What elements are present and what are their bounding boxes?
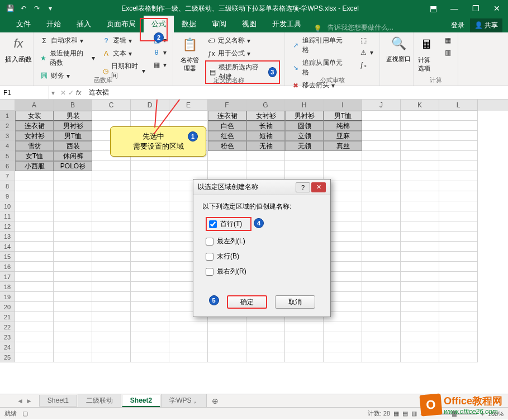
data-cell[interactable]: 女衬衫 (15, 131, 54, 141)
cell[interactable] (15, 242, 54, 252)
row-header[interactable]: 23 (0, 332, 15, 342)
name-box-dropdown-icon[interactable]: ▾ (49, 89, 57, 97)
data-cell[interactable]: 男T恤 (54, 131, 92, 141)
check-left-col[interactable]: 最左列(L) (206, 237, 321, 246)
cell[interactable] (362, 211, 401, 221)
cell[interactable] (362, 292, 401, 302)
sheet-tab-wps[interactable]: 学WPS， (161, 394, 206, 408)
cell[interactable] (401, 221, 439, 232)
tell-me-search[interactable]: 告诉我您想要做什么... (327, 23, 393, 32)
math-button[interactable]: θ▾ (150, 47, 168, 58)
data-cell[interactable]: 红色 (208, 131, 246, 141)
sheet-tab-sheet1[interactable]: Sheet1 (39, 395, 77, 407)
cell[interactable] (401, 282, 439, 292)
column-header[interactable]: H (285, 100, 324, 111)
tab-view[interactable]: 视图 (234, 16, 264, 32)
cell[interactable] (169, 322, 208, 332)
cell[interactable] (401, 262, 439, 272)
cell[interactable] (92, 191, 131, 201)
select-all-triangle[interactable] (0, 100, 15, 111)
row-header[interactable]: 7 (0, 171, 15, 181)
cell[interactable] (439, 262, 478, 272)
cell[interactable] (54, 221, 92, 232)
cell[interactable] (401, 292, 439, 302)
cell[interactable] (439, 242, 478, 252)
row-header[interactable]: 20 (0, 302, 15, 312)
cell[interactable] (401, 211, 439, 221)
cell[interactable] (362, 272, 401, 282)
cell[interactable] (401, 272, 439, 282)
cell[interactable] (15, 232, 54, 242)
row-header[interactable]: 6 (0, 161, 15, 171)
define-name-button[interactable]: 🏷定义名称 ▾ (205, 35, 280, 46)
data-cell[interactable]: 休闲裤 (54, 151, 92, 161)
recent-functions-button[interactable]: ★最近使用的函数 ▾ (38, 48, 97, 69)
autosum-button[interactable]: Σ自动求和 ▾ (38, 35, 97, 46)
cell[interactable] (131, 322, 169, 332)
cell[interactable] (131, 242, 169, 252)
cell[interactable] (362, 302, 401, 312)
sheet-nav-next-icon[interactable]: ► (26, 397, 32, 405)
column-header[interactable]: I (324, 100, 362, 111)
cell[interactable] (401, 252, 439, 262)
cell[interactable] (439, 191, 478, 201)
cell[interactable] (401, 312, 439, 322)
cell[interactable] (54, 292, 92, 302)
row-header[interactable]: 19 (0, 292, 15, 302)
cell[interactable] (15, 181, 54, 191)
cell[interactable] (208, 322, 246, 332)
check-right-col-input[interactable] (206, 268, 213, 276)
cell[interactable] (401, 111, 439, 121)
cell[interactable] (362, 342, 401, 352)
cell[interactable] (131, 272, 169, 282)
cell[interactable] (54, 252, 92, 262)
cell[interactable] (92, 161, 131, 171)
cell[interactable] (324, 322, 362, 332)
cell[interactable] (131, 352, 169, 362)
cell[interactable] (439, 221, 478, 232)
data-cell[interactable]: 立领 (285, 131, 324, 141)
cell[interactable] (54, 332, 92, 342)
cell[interactable] (439, 181, 478, 191)
data-cell[interactable]: 圆领 (285, 121, 324, 131)
data-header-cell[interactable]: 男装 (54, 111, 92, 121)
data-header-cell[interactable]: 女衬衫 (246, 111, 285, 121)
dialog-close-icon[interactable]: ✕ (311, 182, 326, 192)
cell[interactable] (131, 211, 169, 221)
cell[interactable] (439, 352, 478, 362)
data-cell[interactable]: 真丝 (324, 141, 362, 151)
column-header[interactable]: G (246, 100, 285, 111)
cell[interactable] (439, 272, 478, 282)
row-header[interactable]: 15 (0, 252, 15, 262)
tab-data[interactable]: 数据 (174, 16, 204, 32)
cell[interactable] (362, 262, 401, 272)
data-cell[interactable]: 粉色 (208, 141, 246, 151)
cell[interactable] (15, 211, 54, 221)
cell[interactable] (131, 232, 169, 242)
cell[interactable] (401, 342, 439, 352)
column-header[interactable]: E (169, 100, 208, 111)
more-fn-button[interactable]: ▦▾ (150, 59, 168, 70)
name-box[interactable]: F1 (0, 86, 49, 99)
cell[interactable] (362, 131, 401, 141)
row-header[interactable]: 1 (0, 111, 15, 121)
cell[interactable] (92, 221, 131, 232)
cancel-formula-icon[interactable]: ✕ (60, 89, 66, 97)
enter-formula-icon[interactable]: ✓ (68, 89, 74, 97)
cell[interactable] (439, 111, 478, 121)
fx-icon[interactable]: fx (76, 89, 81, 97)
data-header-cell[interactable]: 男T恤 (324, 111, 362, 121)
cell[interactable] (401, 352, 439, 362)
data-cell[interactable]: 女T恤 (15, 151, 54, 161)
sheet-nav-prev-icon[interactable]: ◄ (17, 397, 23, 405)
dialog-help-icon[interactable]: ? (296, 182, 310, 192)
cell[interactable] (131, 312, 169, 322)
row-header[interactable]: 10 (0, 201, 15, 211)
redo-icon[interactable]: ↷ (32, 3, 42, 13)
data-cell[interactable]: 西装 (54, 141, 92, 151)
cell[interactable] (92, 262, 131, 272)
cell[interactable] (285, 342, 324, 352)
cell[interactable] (362, 181, 401, 191)
data-cell[interactable]: 男衬衫 (54, 121, 92, 131)
maximize-icon[interactable]: ❐ (467, 3, 484, 14)
